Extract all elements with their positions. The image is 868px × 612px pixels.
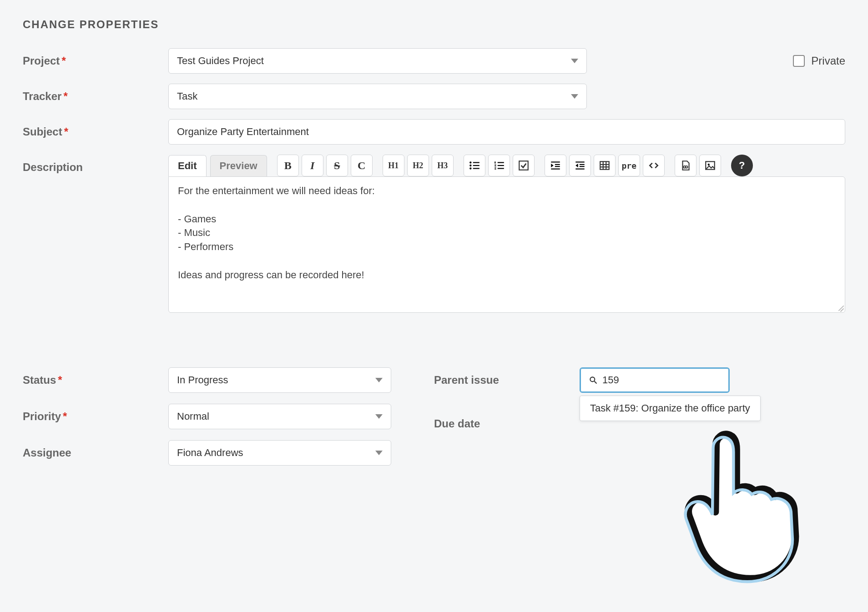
svg-rect-19 [575, 161, 585, 162]
priority-label: Priority* [23, 404, 168, 423]
search-icon [589, 376, 598, 385]
svg-rect-22 [575, 169, 585, 170]
svg-rect-7 [497, 165, 504, 166]
svg-rect-20 [580, 164, 585, 165]
svg-rect-6 [497, 162, 504, 163]
status-select[interactable]: In Progress [168, 367, 391, 393]
tracker-select[interactable]: Task [168, 84, 587, 109]
svg-point-2 [469, 165, 471, 166]
assignee-label: Assignee [23, 440, 168, 459]
image-button[interactable] [699, 155, 721, 176]
parent-issue-input[interactable]: 159 [580, 367, 730, 393]
link-button[interactable] [675, 155, 696, 176]
h3-button[interactable]: H3 [432, 155, 454, 176]
parent-issue-suggestion[interactable]: Task #159: Organize the office party [580, 396, 761, 421]
description-label: Description [23, 155, 168, 174]
svg-point-29 [686, 166, 688, 168]
description-textarea[interactable]: For the entertainment we will need ideas… [168, 176, 845, 313]
svg-point-4 [469, 167, 471, 169]
svg-rect-23 [600, 161, 609, 169]
project-label: Project* [23, 48, 168, 67]
preview-tab[interactable]: Preview [210, 155, 267, 176]
italic-button[interactable]: I [302, 155, 323, 176]
subject-label: Subject* [23, 119, 168, 138]
private-label: Private [811, 55, 845, 67]
parent-issue-label: Parent issue [434, 367, 580, 386]
h2-button[interactable]: H2 [407, 155, 429, 176]
svg-rect-9 [495, 161, 495, 163]
unordered-list-button[interactable] [464, 155, 485, 176]
svg-point-31 [707, 164, 709, 166]
chevron-down-icon [571, 94, 578, 99]
code-inline-button[interactable]: C [351, 155, 373, 176]
table-icon [599, 160, 611, 171]
svg-rect-13 [495, 169, 496, 170]
code-block-button[interactable] [643, 155, 665, 176]
strike-button[interactable]: S [326, 155, 348, 176]
edit-tab[interactable]: Edit [168, 155, 207, 176]
chevron-down-icon [375, 451, 383, 455]
svg-rect-12 [495, 167, 496, 168]
subject-input[interactable]: Organize Party Entertainment [168, 119, 845, 145]
tracker-label: Tracker* [23, 84, 168, 103]
svg-rect-10 [495, 165, 496, 166]
svg-line-33 [595, 381, 597, 384]
svg-rect-3 [473, 165, 479, 166]
chevron-down-icon [375, 414, 383, 419]
project-select[interactable]: Test Guides Project [168, 48, 587, 74]
bold-button[interactable]: B [277, 155, 299, 176]
section-heading: Change Properties [23, 18, 845, 31]
svg-rect-5 [473, 168, 479, 169]
checklist-button[interactable] [513, 155, 535, 176]
checkbox-icon [518, 160, 530, 171]
h1-button[interactable]: H1 [383, 155, 404, 176]
numbered-list-icon [493, 160, 505, 171]
svg-rect-21 [580, 166, 585, 167]
page-link-icon [680, 160, 691, 171]
image-icon [704, 160, 716, 171]
chevron-down-icon [375, 378, 383, 382]
chevron-down-icon [571, 59, 578, 63]
svg-rect-1 [473, 162, 479, 163]
svg-point-0 [469, 161, 471, 163]
status-label: Status* [23, 367, 168, 386]
code-icon [648, 160, 660, 171]
svg-rect-18 [551, 169, 560, 170]
assignee-select[interactable]: Fiona Andrews [168, 440, 391, 466]
unquote-button[interactable] [569, 155, 591, 176]
svg-rect-14 [519, 161, 528, 170]
indent-left-icon [574, 160, 586, 171]
svg-rect-16 [555, 164, 560, 165]
resize-handle[interactable] [836, 303, 844, 311]
svg-rect-15 [551, 161, 560, 162]
priority-select[interactable]: Normal [168, 404, 391, 429]
pre-button[interactable]: pre [618, 155, 640, 176]
help-button[interactable]: ? [731, 155, 753, 176]
svg-rect-8 [497, 168, 504, 169]
due-date-label: Due date [434, 411, 580, 430]
svg-point-32 [590, 377, 595, 381]
quote-button[interactable] [545, 155, 566, 176]
svg-rect-17 [555, 166, 560, 167]
ordered-list-button[interactable] [488, 155, 510, 176]
svg-rect-11 [495, 166, 496, 167]
indent-right-icon [550, 160, 561, 171]
table-button[interactable] [594, 155, 616, 176]
bullet-list-icon [469, 160, 480, 171]
private-checkbox[interactable] [793, 55, 805, 67]
